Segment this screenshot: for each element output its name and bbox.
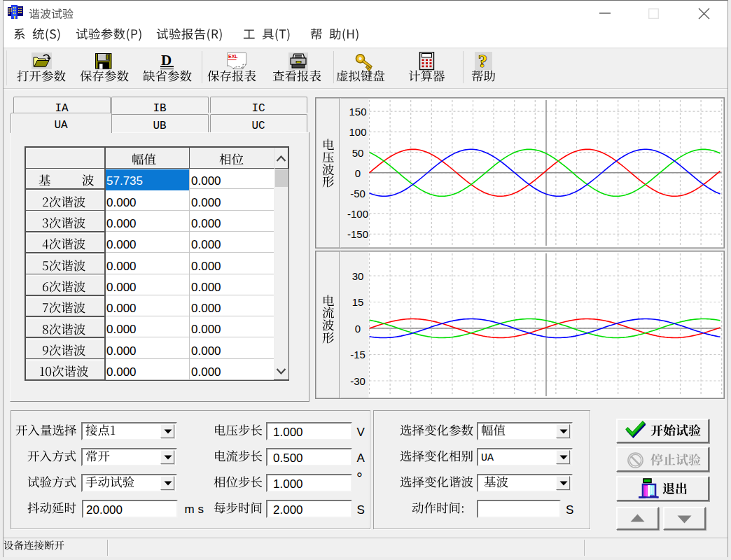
svg-text:?: ? <box>478 52 487 71</box>
svg-text:EXL: EXL <box>228 54 238 59</box>
